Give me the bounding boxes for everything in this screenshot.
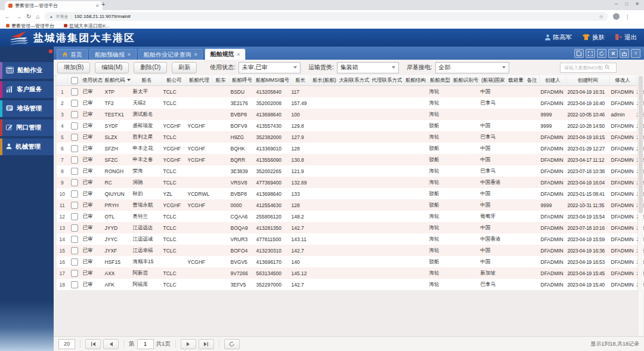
address-bar[interactable]: ▲ 不安全 | 192.168.21.11:9079/main# ☆ — [44, 12, 608, 21]
bookmark-item[interactable]: 盐城大丰港口双K... — [64, 23, 110, 29]
sidebar-item-堆场管理[interactable]: 堆场管理 — [0, 100, 54, 117]
bookmark-item[interactable]: 要素管理—管理平台 — [6, 23, 54, 29]
refresh-icon[interactable] — [597, 49, 606, 58]
table-row[interactable]: 16已审HSF15海顺丰15YCGHFBVGV5413696170140驳船中国… — [57, 256, 644, 267]
page-title: 盐城港集团大丰港区 — [33, 31, 135, 45]
table-row[interactable]: 10已审QIUYUN秋韵YZLYCDRWLBVBP8413698640133驳船… — [57, 188, 644, 199]
browser-tab[interactable]: 要素管理—管理平台 ✕ — [5, 1, 103, 10]
table-row[interactable]: 18已审AFK阿福库TCLC3EFV5352297000142.7海轮巴拿马DF… — [57, 279, 644, 290]
col-_cb[interactable] — [68, 75, 82, 86]
row-checkbox[interactable] — [71, 247, 78, 254]
last-page-button[interactable] — [199, 339, 214, 349]
filter-select[interactable]: 未审,已审 — [239, 62, 301, 73]
tab-close-icon[interactable]: ✕ — [236, 52, 240, 57]
row-checkbox[interactable] — [71, 270, 78, 277]
select-all-checkbox[interactable] — [71, 77, 78, 84]
table-scrollbar[interactable] — [637, 75, 643, 337]
row-checkbox[interactable] — [71, 145, 78, 152]
filter-select[interactable]: 全部 — [435, 62, 509, 73]
page-size-select[interactable]: 20 — [58, 339, 75, 349]
fullscreen-icon[interactable] — [586, 49, 595, 58]
first-page-button[interactable] — [85, 339, 101, 349]
col-船舶代码[interactable]: 船舶代码 — [104, 75, 132, 86]
browser-menu-icon[interactable]: ⋮ — [624, 14, 630, 20]
export-icon[interactable] — [620, 49, 629, 58]
row-checkbox[interactable] — [71, 224, 78, 232]
table-row[interactable]: 14已审JYYC江远远诚TCLCVRUR3477811500143.11海轮中国… — [57, 233, 644, 245]
forward-button[interactable]: → — [16, 13, 21, 20]
tab-船舶预确报[interactable]: 船舶预确报✕ — [89, 49, 137, 60]
row-checkbox[interactable] — [71, 100, 78, 107]
logout-button[interactable]: 退出 — [615, 33, 637, 42]
row-checkbox[interactable] — [71, 236, 78, 243]
table-row[interactable]: 7已审SFZC申丰之春YCGHFYCGHFBQRR413556090130.8驳… — [57, 154, 644, 165]
tab-船舶作业记录查询[interactable]: 船舶作业记录查询✕ — [138, 49, 203, 60]
sidebar-item-船舶作业[interactable]: 船舶作业 — [0, 62, 54, 79]
cell-teu — [507, 165, 525, 177]
row-checkbox[interactable] — [71, 281, 78, 288]
document-icon[interactable] — [574, 49, 584, 58]
current-user[interactable]: 陈高军 — [544, 33, 572, 42]
pager-refresh-button[interactable] — [224, 339, 240, 349]
window-close-button[interactable]: ✕ — [635, 1, 639, 7]
table-row[interactable]: 2已审TF2天福2TCLC3E2176352002008157.49海轮巴拿马D… — [57, 97, 644, 109]
toolbar-button-编辑(M)[interactable]: 编辑(M) — [95, 62, 129, 73]
row-checkbox[interactable] — [71, 190, 78, 198]
tab-close-icon[interactable]: ✕ — [127, 52, 131, 57]
cell-owner — [212, 120, 230, 131]
row-checkbox[interactable] — [71, 179, 78, 186]
table-row[interactable]: 17已审AXX阿新霞TCLC9V7266563134500145.12海轮新加坡… — [57, 267, 644, 279]
sidebar-item-客户服务[interactable]: 客户服务 — [0, 81, 54, 98]
page-number-input[interactable] — [137, 339, 154, 349]
row-checkbox[interactable] — [71, 168, 78, 175]
table-row[interactable]: 15已审JYXF江远幸福TCLCBOFO4413230310142.7海轮中国D… — [57, 245, 644, 256]
toolbar-button-增加(B)[interactable]: 增加(B) — [57, 62, 90, 73]
new-tab-button[interactable]: + — [101, 1, 105, 8]
skin-button[interactable]: 换肤 — [583, 33, 605, 42]
search-input[interactable] — [563, 64, 605, 71]
cell-len2 — [311, 154, 338, 165]
filter-select[interactable]: 集装箱 — [337, 62, 399, 73]
table-row[interactable]: 13已审JYYD江远远达TCLCBOQA9413281350142.7海轮中国D… — [57, 222, 644, 233]
sidebar-item-闸口管理[interactable]: 闸口管理 — [0, 119, 54, 136]
row-checkbox[interactable] — [71, 156, 78, 164]
maximize-button[interactable]: □ — [625, 1, 628, 7]
reload-button[interactable]: ↻ — [26, 13, 31, 20]
toolbar-button-刷新[interactable]: 刷新 — [172, 62, 197, 73]
row-checkbox[interactable] — [71, 88, 78, 96]
tab-船舶规范[interactable]: 船舶规范✕ — [205, 48, 246, 60]
profile-avatar[interactable] — [613, 13, 620, 20]
bookmark-star-icon[interactable]: ☆ — [599, 14, 603, 20]
search-icon[interactable] — [605, 64, 610, 71]
toolbar-button-删除(D)[interactable]: 删除(D) — [134, 62, 167, 73]
row-checkbox[interactable] — [71, 213, 78, 220]
user-name: 陈高军 — [553, 33, 572, 42]
next-page-button[interactable] — [181, 339, 196, 349]
table-row[interactable]: 6已审SFZH申丰之花YCGHFYCGHFBQHK413369010128驳船中… — [57, 143, 644, 154]
table-row[interactable]: 11已审PRYH普瑞永航YCGHFYCGHF0000412554630128驳船… — [57, 199, 644, 211]
sidebar-item-机械管理[interactable]: 机械管理 — [0, 138, 54, 155]
minimize-button[interactable]: ─ — [615, 1, 618, 7]
tab-close-icon[interactable]: ✕ — [194, 52, 198, 57]
row-checkbox[interactable] — [71, 202, 78, 209]
back-button[interactable]: ← — [5, 13, 11, 20]
home-button[interactable]: ⌂ — [36, 13, 39, 20]
table-row[interactable]: 9已审RC润驰TCLCVRSV8477369400132.69海轮中国香港DFA… — [57, 177, 644, 188]
row-checkbox[interactable] — [71, 122, 78, 130]
close-icon[interactable] — [608, 49, 618, 58]
row-checkbox[interactable] — [71, 134, 78, 141]
table-row[interactable]: 5已审SLZX胜利之星TCLCH9ZG352382000127.9海轮巴拿马DF… — [57, 131, 644, 143]
help-icon[interactable]: ? — [631, 49, 640, 58]
prev-page-button[interactable] — [103, 339, 119, 349]
table-row[interactable]: 1已审XTP新太平TCLCBSDU413205840117海轮中国DFADMIN… — [57, 86, 644, 98]
table-row[interactable]: 3已审TESTX1测试船名BVBP8413698640100海轮99992022… — [57, 109, 644, 120]
table-row[interactable]: 8已审RONGH荣海TCLC3E3839352002265121.9海轮巴拿马D… — [57, 165, 644, 177]
scrollbar-thumb[interactable] — [639, 76, 643, 213]
cell-code: TF2 — [104, 97, 132, 109]
row-checkbox[interactable] — [71, 258, 78, 266]
table-row[interactable]: 12已审OTL奥特兰TCLCCQAA6255806120148.2海轮葡萄牙DF… — [57, 211, 644, 222]
row-checkbox[interactable] — [71, 111, 78, 118]
table-row[interactable]: 4已审SYDF盛裕瑞发YCGHFYCGHFBOFV9413557430129.8… — [57, 120, 644, 131]
tab-close-icon[interactable]: ✕ — [95, 4, 99, 8]
tab-首页[interactable]: 首页 — [57, 49, 88, 60]
